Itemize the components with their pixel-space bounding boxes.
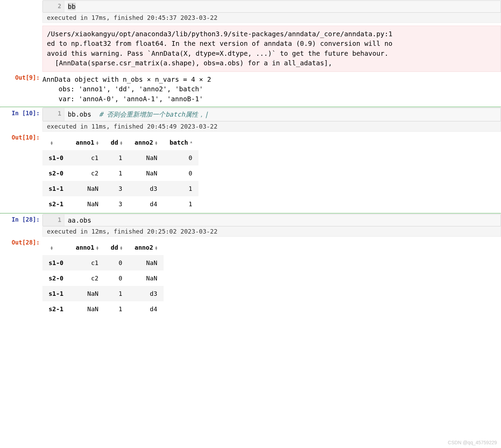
in-prompt-10: In [10]: [0, 108, 42, 132]
cell-10-out: Out[10]: ▲▼ anno1▲▼ dd▲▼ anno2▲▼ batch▲▼… [0, 132, 501, 213]
cell: c1 [69, 255, 104, 271]
cell-28: In [28]: 1 aa.obs executed in 12ms, fini… [0, 214, 501, 237]
code-line-text[interactable]: bb.obs # 否则会重新增加一个batch属性，| [64, 108, 501, 121]
code-line-text[interactable]: aa.obs [64, 214, 501, 226]
cell: c2 [69, 166, 104, 181]
col-dd[interactable]: dd▲▼ [105, 240, 129, 255]
col-batch[interactable]: batch▲▼ [164, 135, 198, 150]
cell-9-out: Out[9]: AnnData object with n_obs × n_va… [0, 72, 501, 107]
exec-timing-28: executed in 12ms, finished 20:25:02 2023… [42, 226, 501, 237]
cell: NaN [69, 286, 104, 301]
cell: d4 [128, 301, 163, 317]
in-prompt-9 [0, 0, 42, 72]
col-anno1[interactable]: anno1▲▼ [69, 240, 104, 255]
cell-9: 2 bb executed in 17ms, finished 20:45:37… [0, 0, 501, 72]
out-prompt-28: Out[28]: [0, 237, 42, 318]
cell: 0 [105, 271, 129, 286]
sort-icon[interactable]: ▲▼ [97, 246, 99, 250]
table-header-row: ▲▼ anno1▲▼ dd▲▼ anno2▲▼ [42, 240, 164, 255]
col-anno1[interactable]: anno1▲▼ [69, 135, 104, 150]
col-anno2[interactable]: anno2▲▼ [128, 240, 163, 255]
row-index: s2-1 [42, 196, 69, 212]
col-dd[interactable]: dd▲▼ [105, 135, 129, 150]
dataframe-table-28: ▲▼ anno1▲▼ dd▲▼ anno2▲▼ s1-0c10NaN s2-0c… [42, 240, 164, 317]
row-index: s1-1 [42, 181, 69, 196]
row-index: s1-1 [42, 286, 69, 301]
cell: NaN [128, 255, 163, 271]
cell: 1 [105, 150, 129, 166]
exec-timing-9: executed in 17ms, finished 20:45:37 2023… [42, 13, 501, 23]
table-row: s1-0c10NaN [42, 255, 164, 271]
out-prompt-9: Out[9]: [0, 72, 42, 107]
sort-icon[interactable]: ▲▼ [97, 141, 99, 145]
cell: c1 [69, 150, 104, 166]
cell: 0 [164, 166, 198, 181]
out-prompt-10: Out[10]: [0, 132, 42, 213]
sort-icon-asc[interactable]: ▲▼ [190, 141, 192, 145]
sort-icon[interactable]: ▲▼ [51, 246, 53, 250]
col-index[interactable]: ▲▼ [42, 135, 69, 150]
cell: d3 [128, 286, 163, 301]
cell: 0 [105, 255, 129, 271]
row-index: s2-0 [42, 271, 69, 286]
cell-9-out-body: AnnData object with n_obs × n_vars = 4 ×… [42, 72, 501, 107]
code-input-9[interactable]: 2 bb [42, 0, 501, 13]
code-line-text[interactable]: bb [64, 1, 501, 12]
table-row: s1-1NaN1d3 [42, 286, 164, 301]
cell-28-body: 1 aa.obs executed in 12ms, finished 20:2… [42, 214, 501, 237]
cell-10: In [10]: 1 bb.obs # 否则会重新增加一个batch属性，| e… [0, 107, 501, 132]
table-row: s2-1NaN1d4 [42, 301, 164, 317]
row-index: s2-1 [42, 301, 69, 317]
cell: 3 [105, 181, 129, 196]
cell: 1 [164, 181, 198, 196]
cell: 1 [105, 166, 129, 181]
sort-icon[interactable]: ▲▼ [51, 141, 53, 145]
cell: NaN [69, 196, 104, 212]
out-text-9: AnnData object with n_obs × n_vars = 4 ×… [42, 72, 501, 107]
sort-icon[interactable]: ▲▼ [155, 141, 157, 145]
col-anno2[interactable]: anno2▲▼ [128, 135, 163, 150]
cell-10-out-body: ▲▼ anno1▲▼ dd▲▼ anno2▲▼ batch▲▼ s1-0c11N… [42, 132, 501, 213]
sort-icon[interactable]: ▲▼ [120, 141, 122, 145]
sort-icon[interactable]: ▲▼ [120, 246, 122, 250]
cell-28-out: Out[28]: ▲▼ anno1▲▼ dd▲▼ anno2▲▼ s1-0c10… [0, 237, 501, 318]
in-prompt-28: In [28]: [0, 214, 42, 237]
row-index: s1-0 [42, 150, 69, 166]
cell: 1 [105, 286, 129, 301]
row-index: s2-0 [42, 166, 69, 181]
sort-icon[interactable]: ▲▼ [155, 246, 157, 250]
cell: d3 [128, 181, 163, 196]
row-index: s1-0 [42, 255, 69, 271]
cell: NaN [128, 271, 163, 286]
dataframe-table-10: ▲▼ anno1▲▼ dd▲▼ anno2▲▼ batch▲▼ s1-0c11N… [42, 135, 198, 212]
code-input-28[interactable]: 1 aa.obs [42, 214, 501, 226]
line-number: 2 [43, 1, 64, 12]
table-row: s2-0c21NaN0 [42, 166, 198, 181]
cell: NaN [69, 301, 104, 317]
cell-10-body: 1 bb.obs # 否则会重新增加一个batch属性，| executed i… [42, 108, 501, 132]
cell: NaN [128, 166, 163, 181]
cell: d4 [128, 196, 163, 212]
table-header-row: ▲▼ anno1▲▼ dd▲▼ anno2▲▼ batch▲▼ [42, 135, 198, 150]
cell: NaN [69, 181, 104, 196]
cell: 1 [105, 301, 129, 317]
col-index[interactable]: ▲▼ [42, 240, 69, 255]
cell: NaN [128, 150, 163, 166]
cell: c2 [69, 271, 104, 286]
table-row: s1-1NaN3d31 [42, 181, 198, 196]
exec-timing-10: executed in 11ms, finished 20:45:49 2023… [42, 121, 501, 132]
table-row: s2-1NaN3d41 [42, 196, 198, 212]
cell: 3 [105, 196, 129, 212]
cell: 0 [164, 150, 198, 166]
table-row: s1-0c11NaN0 [42, 150, 198, 166]
table-row: s2-0c20NaN [42, 271, 164, 286]
code-selection: bb [68, 3, 76, 10]
stderr-warning: /Users/xiaokangyu/opt/anaconda3/lib/pyth… [42, 26, 501, 72]
code-input-10[interactable]: 1 bb.obs # 否则会重新增加一个batch属性，| [42, 108, 501, 121]
cell-28-out-body: ▲▼ anno1▲▼ dd▲▼ anno2▲▼ s1-0c10NaN s2-0c… [42, 237, 501, 318]
cell: 1 [164, 196, 198, 212]
cell-9-body: 2 bb executed in 17ms, finished 20:45:37… [42, 0, 501, 72]
line-number: 1 [43, 214, 64, 226]
line-number: 1 [43, 108, 64, 121]
